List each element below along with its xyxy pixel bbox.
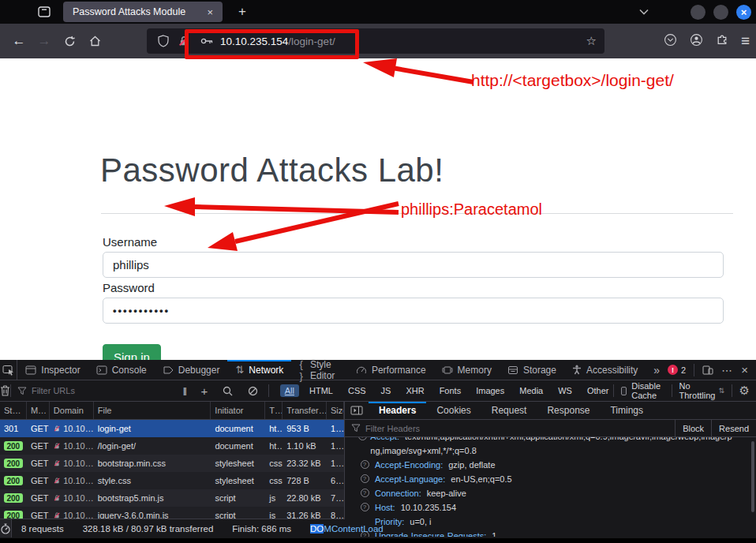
error-count-badge[interactable]: ! 2 [668, 365, 686, 375]
menu-hamburger-icon[interactable]: ≡ [741, 32, 750, 50]
filter-media[interactable]: Media [515, 384, 548, 397]
responsive-design-icon[interactable] [702, 365, 713, 375]
column-file[interactable]: File [94, 402, 211, 419]
insecure-lock-icon [54, 459, 60, 468]
column-size[interactable]: Size [327, 402, 344, 419]
devtools-close-icon[interactable]: × [741, 363, 748, 376]
insecure-lock-icon[interactable] [178, 36, 189, 47]
tab-performance[interactable]: Performance [348, 360, 434, 380]
reload-button[interactable] [57, 29, 82, 53]
header-name[interactable]: Host: [375, 503, 395, 512]
tab-inspector[interactable]: Inspector [17, 360, 88, 380]
help-icon[interactable]: ? [361, 489, 369, 497]
tab-response[interactable]: Response [537, 402, 600, 419]
block-button[interactable]: Block [675, 420, 711, 436]
column-transferred[interactable]: Transfer… [283, 402, 327, 419]
tab-headers[interactable]: Headers [369, 402, 426, 419]
performance-analysis-stopwatch-icon[interactable] [0, 519, 12, 537]
header-name[interactable]: Connection: [375, 489, 421, 498]
filter-headers-input[interactable] [365, 424, 484, 433]
help-icon[interactable]: ? [361, 474, 369, 483]
url-text[interactable]: 10.10.235.154/login-get/ [220, 36, 335, 47]
request-type-filters: All HTML CSS JS XHR Fonts Images Media W… [280, 384, 614, 397]
tab-accessibility[interactable]: Accessibility [564, 360, 646, 380]
clear-requests-icon[interactable] [0, 385, 10, 396]
table-row[interactable]: 200 GET 10.10… /login-get/ document ht… … [0, 437, 344, 455]
column-initiator[interactable]: Initiator [211, 402, 265, 419]
block-requests-icon[interactable] [248, 386, 258, 396]
filter-other[interactable]: Other [582, 384, 614, 397]
throttling-dropdown[interactable]: No Throttling ⇅ [679, 381, 724, 400]
tab-style-editor[interactable]: { } Style Editor [291, 360, 348, 380]
url-bar[interactable]: 10.10.235.154/login-get/ ☆ [147, 28, 604, 54]
tab-timings[interactable]: Timings [600, 402, 653, 419]
forward-button[interactable]: → [32, 29, 57, 53]
tab-console[interactable]: Console [88, 360, 155, 380]
extensions-puzzle-icon[interactable] [716, 33, 728, 49]
browser-tab-bar: Password Attacks Module × + × [0, 0, 756, 24]
pick-element-icon[interactable] [0, 360, 17, 380]
username-input[interactable] [103, 252, 724, 278]
help-icon[interactable]: ? [361, 460, 369, 469]
new-tab-button[interactable]: + [234, 4, 251, 20]
filter-css[interactable]: CSS [343, 384, 371, 397]
filter-images[interactable]: Images [471, 384, 509, 397]
back-button[interactable]: ← [6, 29, 32, 53]
filter-xhr[interactable]: XHR [401, 384, 429, 397]
details-tabs: Headers Cookies Request Response Timings [345, 402, 756, 420]
header-name[interactable]: Accept-Language: [375, 474, 445, 484]
filter-all[interactable]: All [280, 384, 299, 397]
tab-memory[interactable]: Memory [434, 360, 500, 380]
table-row[interactable]: 200 GET 10.10… style.css stylesheet css … [0, 472, 344, 489]
more-tabs-chevron[interactable]: » [646, 360, 668, 380]
tab-close-icon[interactable]: × [204, 6, 216, 18]
home-button[interactable] [82, 29, 107, 53]
filter-urls-input[interactable] [32, 386, 150, 395]
search-icon[interactable] [223, 386, 233, 396]
window-minimize-button[interactable] [691, 5, 705, 20]
tab-storage[interactable]: Storage [500, 360, 564, 380]
column-method[interactable]: M… [27, 402, 50, 419]
column-domain[interactable]: Domain [50, 402, 94, 419]
table-row[interactable]: 200 GET 10.10… bootstrap.min.css stylesh… [0, 455, 344, 472]
filter-html[interactable]: HTML [305, 384, 338, 397]
window-maximize-button[interactable] [713, 5, 728, 20]
table-row[interactable]: 301 GET 10.10… login-get document ht… 95… [0, 420, 344, 437]
password-input[interactable] [103, 298, 724, 324]
devtools-menu-icon[interactable]: ⋯ [721, 364, 733, 376]
table-row[interactable]: 200 GET 10.10… jquery-3.6.0.min.js scrip… [0, 507, 344, 519]
transferred-cell: 728 B [283, 472, 327, 489]
split-panel-toggle-icon[interactable] [345, 402, 369, 419]
table-row[interactable]: 200 GET 10.10… bootstrap5.min.js script … [0, 489, 344, 507]
help-icon[interactable]: ? [358, 437, 367, 440]
column-status[interactable]: St… [0, 402, 27, 419]
network-settings-gear-icon[interactable]: ⚙ [739, 384, 750, 398]
help-icon[interactable]: ? [361, 503, 369, 511]
resend-button[interactable]: Resend [711, 420, 756, 436]
pocket-icon[interactable] [664, 33, 677, 50]
container-tab-icon[interactable] [38, 6, 51, 17]
tab-network[interactable]: ⇅ Network [227, 360, 291, 380]
list-all-tabs-icon[interactable] [638, 9, 649, 15]
new-request-icon[interactable]: + [201, 384, 208, 398]
filter-js[interactable]: JS [376, 384, 396, 397]
disable-cache-toggle[interactable]: Disable Cache [621, 381, 664, 400]
tab-cookies[interactable]: Cookies [426, 402, 481, 419]
password-key-icon[interactable] [200, 37, 213, 45]
tab-request[interactable]: Request [481, 402, 537, 419]
column-type[interactable]: T… [265, 402, 283, 419]
tracking-shield-icon[interactable] [158, 35, 169, 47]
browser-tab[interactable]: Password Attacks Module × [63, 2, 223, 22]
filter-urls-field[interactable] [11, 386, 150, 395]
filter-ws[interactable]: WS [553, 384, 577, 397]
header-name[interactable]: Accept-Encoding: [375, 460, 443, 470]
filter-fonts[interactable]: Fonts [435, 384, 466, 397]
scrollbar[interactable] [751, 441, 754, 512]
tab-debugger[interactable]: Debugger [155, 360, 228, 380]
pause-traffic-icon[interactable]: || [183, 387, 186, 395]
disable-cache-checkbox[interactable] [621, 387, 627, 395]
bookmark-star-icon[interactable]: ☆ [586, 34, 597, 48]
window-close-button[interactable]: × [736, 5, 751, 20]
account-icon[interactable] [690, 33, 703, 50]
header-name[interactable]: Accept: [370, 437, 399, 441]
